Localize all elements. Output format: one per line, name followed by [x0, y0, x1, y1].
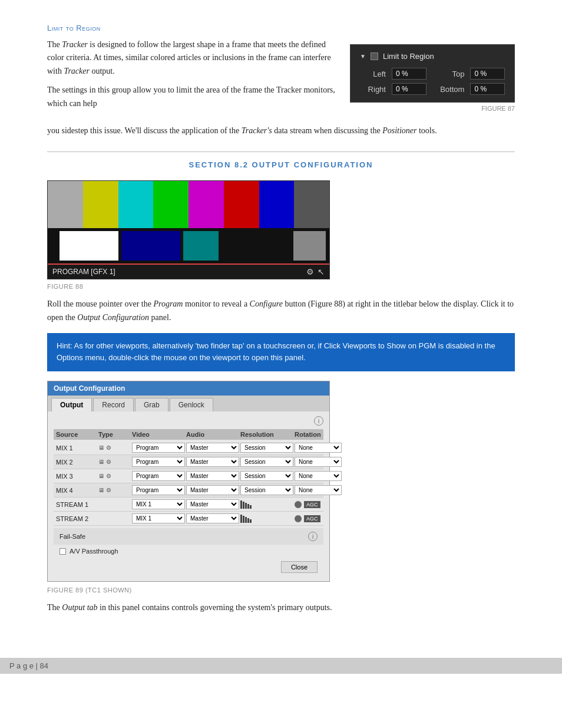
mix3-video-select[interactable]: Program: [132, 471, 185, 481]
mix4-audio-select[interactable]: Master: [186, 485, 239, 495]
settings-icon: ⚙: [106, 487, 111, 493]
section-heading-limit-to-region: Limit to Region: [47, 24, 515, 32]
mix3-audio-select[interactable]: Master: [186, 471, 239, 481]
col-resolution: Resolution: [240, 431, 293, 438]
mix2-type: 🖥 ⚙: [98, 459, 131, 465]
table-header: Source Type Video Audio Resolution Rotat…: [54, 429, 323, 440]
monitor-icon: 🖥: [98, 444, 104, 451]
right-value[interactable]: 0 %: [392, 83, 427, 95]
panel-checkbox[interactable]: [371, 52, 378, 60]
settings-icon: ⚙: [106, 444, 111, 451]
info-icon[interactable]: i: [314, 416, 323, 426]
stream1-mix-select[interactable]: MIX 1: [132, 499, 185, 509]
panel-header: ▼ Limit to Region: [360, 52, 505, 61]
gear-icon[interactable]: ⚙: [306, 267, 314, 276]
stream1-agc-button[interactable]: AGC: [304, 501, 320, 508]
stream1-agc-group: AGC: [295, 501, 342, 508]
cursor-icon: ↖: [318, 267, 325, 276]
mix2-video-select[interactable]: Program: [132, 457, 185, 467]
page-footer: P a g e | 84: [0, 658, 562, 674]
mix4-rotation-select[interactable]: None: [295, 485, 342, 495]
top-value[interactable]: 0 %: [470, 68, 505, 80]
body-text-output-tab: The Output tab in this panel contains co…: [47, 601, 515, 614]
col-source: Source: [56, 431, 97, 438]
tab-output[interactable]: Output: [51, 398, 92, 411]
mix1-resolution-select[interactable]: Session: [240, 443, 293, 453]
intro-para-1: The Tracker is designed to follow the la…: [47, 38, 338, 78]
mix3-resolution-select[interactable]: Session: [240, 471, 293, 481]
col-video: Video: [132, 431, 185, 438]
monitor-titlebar: PROGRAM [GFX 1] ⚙ ↖: [48, 263, 329, 279]
right-label: Right: [360, 85, 386, 94]
bar-dark-gray: [294, 181, 329, 228]
mix4-source: MIX 4: [56, 487, 97, 494]
mix2-resolution-select[interactable]: Session: [240, 457, 293, 467]
mix3-rotation-select[interactable]: None: [295, 471, 342, 481]
color-bars-top: [48, 181, 329, 228]
mix1-rotation-select[interactable]: None: [295, 443, 342, 453]
monitor-icon: 🖥: [98, 459, 104, 465]
left-label: Left: [360, 70, 386, 78]
bottom-value[interactable]: 0 %: [470, 83, 505, 95]
body-text-configure: Roll the mouse pointer over the Program …: [47, 297, 515, 324]
bar: [247, 518, 249, 523]
section-prefix: Section 8.2: [189, 160, 249, 169]
bar: [247, 504, 249, 509]
table-row: MIX 2 🖥 ⚙ Program Master Session None: [54, 455, 323, 469]
bar-gray: [48, 181, 83, 228]
teal-block: [183, 231, 219, 261]
close-button[interactable]: Close: [281, 561, 318, 573]
bar-red: [224, 181, 259, 228]
monitor-title-text: PROGRAM [GFX 1]: [52, 268, 115, 276]
bar: [245, 503, 247, 509]
mix3-source: MIX 3: [56, 473, 97, 480]
bar: [250, 505, 252, 509]
mix4-resolution-select[interactable]: Session: [240, 485, 293, 495]
settings-icon: ⚙: [106, 473, 111, 479]
stream1-audio-select[interactable]: Master: [186, 499, 239, 509]
tab-grab[interactable]: Grab: [135, 398, 168, 411]
table-row: MIX 4 🖥 ⚙ Program Master Session None: [54, 483, 323, 498]
stream2-agc-button[interactable]: AGC: [304, 515, 320, 522]
mix2-source: MIX 2: [56, 459, 97, 466]
close-row: Close: [54, 558, 323, 577]
triangle-icon: ▼: [360, 53, 366, 60]
page-number: P a g e | 84: [9, 661, 48, 670]
tab-record[interactable]: Record: [93, 398, 134, 411]
av-passthrough-checkbox[interactable]: [59, 548, 66, 555]
top-label: Top: [432, 70, 465, 78]
bar: [240, 515, 242, 523]
intro-text-block: The Tracker is designed to follow the la…: [47, 38, 338, 116]
settings-icon: ⚙: [106, 459, 111, 465]
stream2-agc-group: AGC: [295, 515, 342, 522]
figure-87-label: FIGURE 87: [350, 105, 515, 112]
mix2-rotation-select[interactable]: None: [295, 457, 342, 467]
program-monitor: PROGRAM [GFX 1] ⚙ ↖: [47, 180, 330, 279]
section-8-2-heading: Section 8.2 Output Configuration: [47, 151, 515, 170]
bar: [243, 502, 244, 509]
bar-blue: [259, 181, 295, 228]
stream1-source: STREAM 1: [56, 501, 97, 508]
bar-magenta: [189, 181, 224, 228]
av-passthrough-row: A/V Passthrough: [54, 545, 323, 558]
stream2-mix-select[interactable]: MIX 1: [132, 513, 185, 523]
bar-cyan: [118, 181, 154, 228]
gray-block-right: [293, 231, 326, 261]
bar: [240, 500, 242, 509]
mix2-audio-select[interactable]: Master: [186, 457, 239, 467]
mix3-type: 🖥 ⚙: [98, 473, 131, 479]
mix4-video-select[interactable]: Program: [132, 485, 185, 495]
mix1-video-select[interactable]: Program: [132, 443, 185, 453]
intro-para-2: The settings in this group allow you to …: [47, 84, 338, 110]
col-type: Type: [98, 431, 131, 438]
stream2-audio-select[interactable]: Master: [186, 513, 239, 523]
failsafe-info-icon[interactable]: i: [308, 532, 318, 541]
mix1-audio-select[interactable]: Master: [186, 443, 239, 453]
oc-titlebar: Output Configuration: [48, 381, 329, 396]
figure-88-label: FIGURE 88: [47, 283, 515, 290]
tab-genlock[interactable]: Genlock: [170, 398, 213, 411]
info-row: i: [54, 416, 323, 426]
col-audio: Audio: [186, 431, 239, 438]
failsafe-label: Fail-Safe: [59, 533, 85, 540]
left-value[interactable]: 0 %: [392, 68, 427, 80]
